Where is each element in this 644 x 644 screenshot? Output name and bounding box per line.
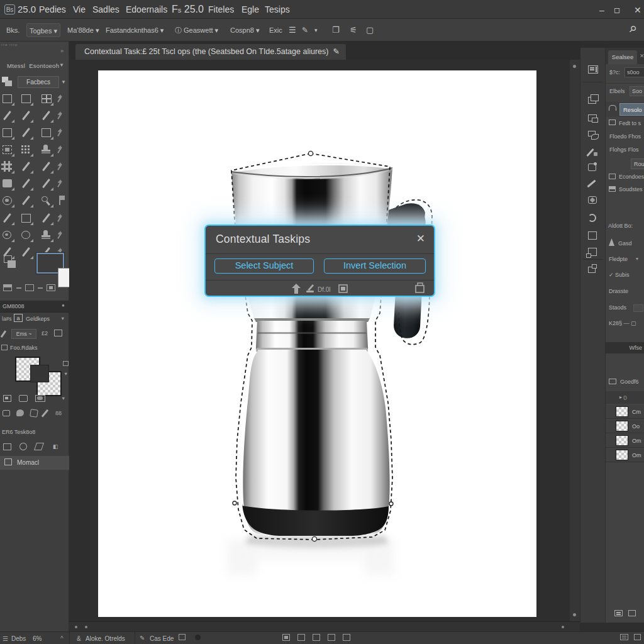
svg-text:Df.0l: Df.0l [318, 286, 331, 293]
